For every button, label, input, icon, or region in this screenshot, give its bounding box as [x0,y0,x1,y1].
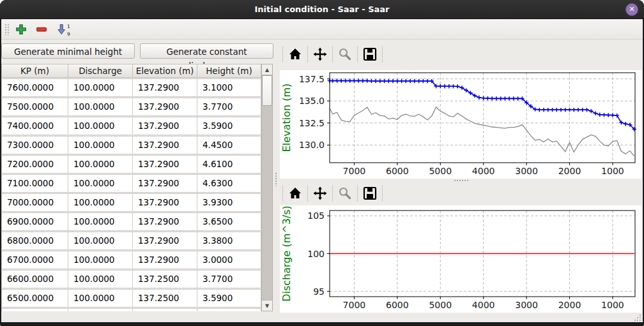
svg-text:6000: 6000 [386,166,409,176]
svg-text:3000: 3000 [515,166,538,176]
cell-height[interactable]: 3.6500 [197,212,261,231]
toolbar-grip[interactable] [4,24,10,35]
cell-height[interactable]: 3.5900 [197,289,261,307]
cell-kp[interactable]: 7400.0000 [1,117,68,135]
cell-elevation[interactable]: 137.2900 [133,155,197,174]
cell-elevation[interactable]: 137.2900 [133,251,197,269]
save-button[interactable] [362,46,378,63]
cell-kp[interactable]: 7100.0000 [1,174,68,193]
cell-elevation[interactable]: 137.2900 [133,98,197,116]
column-header-kp[interactable]: KP (m) [1,64,68,78]
cell-height[interactable]: 3.7700 [197,270,261,288]
svg-text:105: 105 [307,211,325,221]
close-icon: ✕ [629,5,634,13]
cell-height[interactable]: 3.3800 [197,232,261,250]
cell-kp[interactable]: 6700.0000 [1,251,68,269]
cell-discharge[interactable]: 100.0000 [68,289,133,307]
add-row-button[interactable] [15,24,28,35]
elevation-plot-canvas[interactable]: 7000600050004000300020001000130.0132.513… [280,70,641,179]
cell-height[interactable]: 4.6100 [197,155,261,174]
scroll-down-button[interactable]: ▼ [262,300,272,311]
home-button[interactable] [287,46,303,63]
cell-elevation[interactable]: 137.2500 [133,270,197,288]
cell-discharge[interactable]: 100.0000 [68,193,133,212]
zoom-button[interactable] [337,46,353,63]
close-button[interactable]: ✕ [625,3,638,16]
cell-height[interactable]: 3.7700 [197,98,261,116]
scroll-up-button[interactable]: ▲ [262,64,272,75]
cell-discharge[interactable]: 100.0000 [68,155,133,174]
cell-elevation[interactable]: 137.2500 [133,289,197,307]
sort-ascending-button[interactable]: 1 9 [56,24,73,35]
cell-elevation[interactable] [133,308,197,311]
cell-discharge[interactable]: 100.0000 [68,174,133,193]
svg-text:7000: 7000 [343,166,366,176]
svg-text:2000: 2000 [558,166,581,176]
generate-minimal-height-button[interactable]: Generate minimal height [1,43,135,59]
zoom-icon [338,47,352,61]
scrollbar-thumb[interactable] [262,75,272,106]
cell-discharge[interactable]: 100.0000 [68,212,133,231]
cell-discharge[interactable]: 100.0000 [68,136,133,154]
discharge-plot-canvas[interactable]: 700060005000400030002000100095100105Disc… [280,205,641,313]
table-row: 6700.0000100.0000137.29003.0000 [1,250,261,269]
generate-constant-discharge-button[interactable]: Generate constant discharge [140,43,273,59]
toolbar-separator [357,185,358,202]
cell-kp[interactable]: 7200.0000 [1,155,68,174]
svg-text:5000: 5000 [429,166,452,176]
svg-text:4000: 4000 [472,300,495,310]
home-button[interactable] [287,185,303,202]
svg-text:9: 9 [67,31,70,37]
cell-kp[interactable]: 7300.0000 [1,136,68,154]
cell-elevation[interactable]: 137.2900 [133,117,197,135]
cell-discharge[interactable]: 100.0000 [68,232,133,250]
pan-icon [313,186,327,200]
cell-discharge[interactable]: 100.0000 [68,78,133,97]
pan-icon [313,47,327,61]
panel-splitter[interactable] [273,40,279,322]
pan-button[interactable] [312,46,328,63]
cell-height[interactable]: 4.6300 [197,174,261,193]
table-scrollbar[interactable]: ▲ ▼ [261,64,273,311]
save-button[interactable] [362,185,378,202]
cell-height[interactable]: 3.0000 [197,251,261,269]
cell-height[interactable] [197,308,261,311]
cell-elevation[interactable]: 137.2900 [133,78,197,97]
cell-kp[interactable] [1,308,68,311]
initial-condition-table: KP (m)Discharge (m³/s)Elevation (m)Heigh… [1,64,273,311]
toolbar-separator [357,46,358,63]
cell-kp[interactable]: 7500.0000 [1,98,68,116]
cell-elevation[interactable]: 137.2900 [133,232,197,250]
cell-discharge[interactable]: 100.0000 [68,98,133,116]
cell-elevation[interactable]: 137.2900 [133,212,197,231]
cell-discharge[interactable]: 100.0000 [68,251,133,269]
cell-kp[interactable]: 6900.0000 [1,212,68,231]
cell-elevation[interactable]: 137.2900 [133,174,197,193]
save-icon [363,47,377,61]
cell-elevation[interactable]: 137.2900 [133,136,197,154]
home-icon [288,47,302,61]
column-header-height[interactable]: Height (m) [197,64,261,78]
remove-row-button[interactable] [36,24,49,35]
pan-button[interactable] [312,185,328,202]
cell-height[interactable]: 3.1000 [197,78,261,97]
zoom-button[interactable] [337,185,353,202]
cell-discharge[interactable]: 100.0000 [68,117,133,135]
toolbar-separator [282,46,283,63]
app-body: 1 9 Generate minimal height Generate con… [1,19,643,322]
column-header-discharge[interactable]: Discharge (m³/s) [68,64,133,78]
resize-grip-icon [633,313,642,322]
cell-kp[interactable]: 6800.0000 [1,232,68,250]
cell-kp[interactable]: 6500.0000 [1,289,68,307]
cell-discharge[interactable]: 100.0000 [68,270,133,288]
cell-elevation[interactable]: 137.2900 [133,193,197,212]
resize-grip[interactable] [633,313,642,322]
column-header-elevation[interactable]: Elevation (m) [133,64,197,78]
cell-kp[interactable]: 7000.0000 [1,193,68,212]
cell-height[interactable]: 4.4500 [197,136,261,154]
cell-discharge[interactable] [68,308,133,311]
cell-height[interactable]: 3.5900 [197,117,261,135]
cell-height[interactable]: 3.9300 [197,193,261,212]
cell-kp[interactable]: 6600.0000 [1,270,68,288]
cell-kp[interactable]: 7600.0000 [1,78,68,97]
